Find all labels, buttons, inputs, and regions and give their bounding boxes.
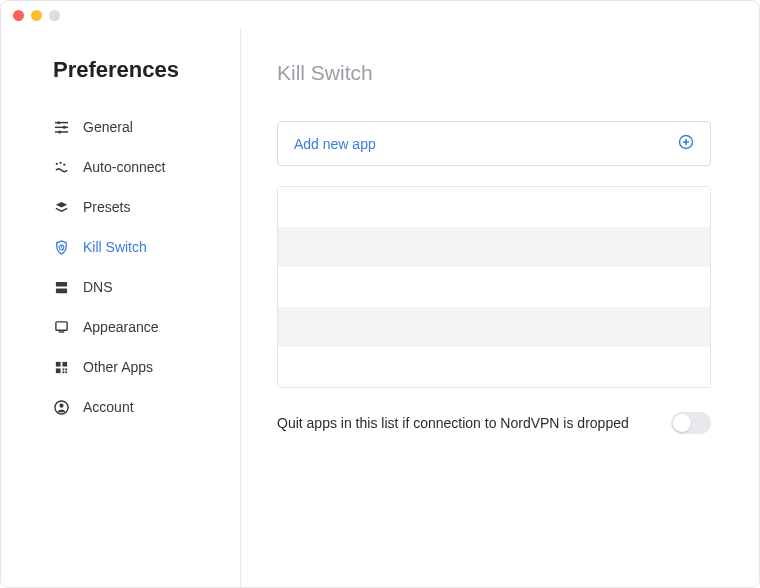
- layers-icon: [53, 199, 69, 215]
- svg-point-5: [58, 130, 61, 133]
- window-titlebar: [1, 1, 759, 29]
- svg-rect-18: [65, 368, 67, 370]
- sliders-icon: [53, 119, 69, 135]
- page-title: Kill Switch: [277, 61, 711, 85]
- sidebar-item-other-apps[interactable]: Other Apps: [1, 347, 240, 387]
- user-icon: [53, 399, 69, 415]
- plus-circle-icon: [678, 134, 694, 153]
- auto-connect-icon: [53, 159, 69, 175]
- svg-rect-0: [54, 121, 67, 123]
- minimize-window-button[interactable]: [31, 10, 42, 21]
- close-window-button[interactable]: [13, 10, 24, 21]
- quit-apps-toggle-label: Quit apps in this list if connection to …: [277, 415, 629, 431]
- svg-rect-20: [65, 371, 67, 373]
- server-icon: [53, 279, 69, 295]
- sidebar-item-label: Kill Switch: [83, 239, 147, 255]
- svg-point-8: [63, 163, 65, 165]
- app-list-row: [278, 347, 710, 387]
- svg-rect-1: [54, 126, 67, 128]
- sidebar-item-label: Auto-connect: [83, 159, 166, 175]
- svg-rect-16: [55, 368, 60, 373]
- svg-rect-15: [62, 361, 67, 366]
- svg-point-7: [59, 161, 61, 163]
- sidebar-item-account[interactable]: Account: [1, 387, 240, 427]
- quit-apps-toggle-row: Quit apps in this list if connection to …: [277, 412, 711, 434]
- svg-rect-11: [55, 288, 66, 293]
- app-list: [277, 186, 711, 388]
- sidebar-item-label: General: [83, 119, 133, 135]
- add-new-app-button[interactable]: Add new app: [277, 121, 711, 166]
- sidebar: Preferences General Auto-connect Presets…: [1, 29, 241, 587]
- svg-rect-10: [55, 281, 66, 286]
- sidebar-item-label: Appearance: [83, 319, 159, 335]
- svg-rect-13: [58, 331, 64, 332]
- svg-rect-2: [54, 131, 67, 133]
- add-new-app-label: Add new app: [294, 136, 376, 152]
- svg-rect-19: [62, 371, 64, 373]
- sidebar-title: Preferences: [1, 57, 240, 107]
- sidebar-item-presets[interactable]: Presets: [1, 187, 240, 227]
- sidebar-item-label: Other Apps: [83, 359, 153, 375]
- toggle-knob: [673, 414, 691, 432]
- sidebar-item-kill-switch[interactable]: Kill Switch: [1, 227, 240, 267]
- svg-rect-14: [55, 361, 60, 366]
- sidebar-item-general[interactable]: General: [1, 107, 240, 147]
- grid-icon: [53, 359, 69, 375]
- quit-apps-toggle[interactable]: [671, 412, 711, 434]
- svg-point-4: [62, 125, 65, 128]
- shield-clock-icon: [53, 239, 69, 255]
- sidebar-item-dns[interactable]: DNS: [1, 267, 240, 307]
- svg-rect-12: [55, 321, 66, 329]
- svg-point-6: [55, 162, 57, 164]
- sidebar-item-appearance[interactable]: Appearance: [1, 307, 240, 347]
- sidebar-item-label: Account: [83, 399, 134, 415]
- sidebar-item-label: Presets: [83, 199, 130, 215]
- app-list-row: [278, 267, 710, 307]
- sidebar-item-auto-connect[interactable]: Auto-connect: [1, 147, 240, 187]
- svg-point-22: [59, 403, 63, 407]
- main-panel: Kill Switch Add new app Quit apps in thi…: [241, 29, 759, 587]
- app-list-row: [278, 227, 710, 267]
- svg-rect-17: [62, 368, 64, 370]
- app-list-row: [278, 187, 710, 227]
- svg-point-3: [57, 121, 60, 124]
- zoom-window-button[interactable]: [49, 10, 60, 21]
- app-list-row: [278, 307, 710, 347]
- sidebar-item-label: DNS: [83, 279, 113, 295]
- monitor-icon: [53, 319, 69, 335]
